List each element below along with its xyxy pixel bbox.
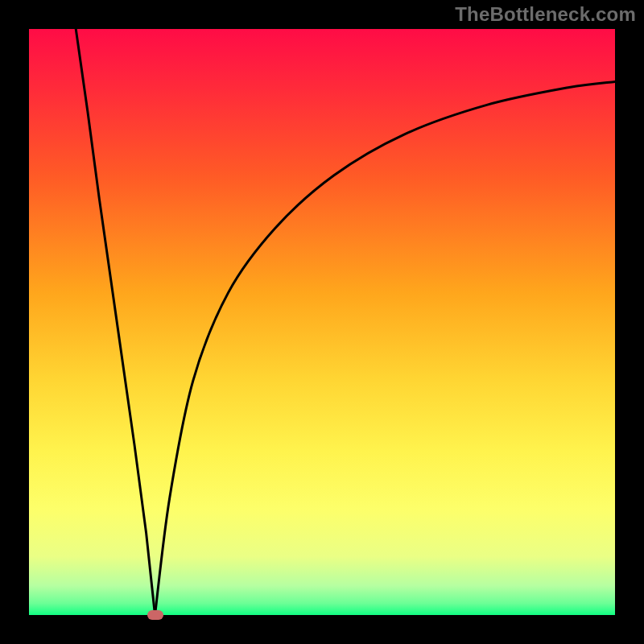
chart-frame: TheBottleneck.com (0, 0, 644, 644)
curve-left-branch (76, 29, 155, 615)
chart-curve (29, 29, 615, 615)
curve-right-branch (155, 82, 615, 615)
chart-plot-area (29, 29, 615, 615)
optimum-marker (147, 610, 163, 620)
watermark-text: TheBottleneck.com (455, 3, 636, 26)
